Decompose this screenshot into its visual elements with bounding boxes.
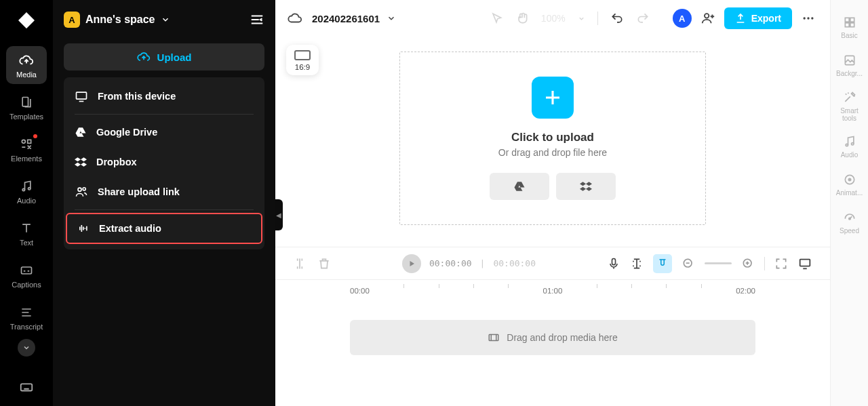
- dropzone-title: Click to upload: [511, 131, 594, 144]
- aspect-ratio-chip[interactable]: 16:9: [286, 45, 319, 75]
- upload-dropbox[interactable]: Dropbox: [64, 147, 264, 177]
- rail-elements[interactable]: Elements: [6, 130, 47, 168]
- audio-waveform-icon: [76, 222, 90, 235]
- hand-icon[interactable]: [515, 12, 529, 25]
- dropbox-icon: [580, 180, 592, 192]
- rr-label: Smart tools: [833, 107, 866, 122]
- chevron-down-icon: [387, 14, 396, 23]
- timeline-ruler[interactable]: 00:00 01:00 02:00: [275, 279, 830, 300]
- upload-label: Upload: [157, 52, 192, 63]
- upload-share-link[interactable]: Share upload link: [64, 177, 264, 207]
- time-total: 00:00:00: [493, 258, 536, 268]
- rail-captions[interactable]: Captions: [6, 256, 47, 294]
- split-icon[interactable]: [293, 257, 307, 270]
- upload-dropdown: From this device Google Drive Dropbox Sh…: [64, 77, 264, 249]
- upload-dropzone[interactable]: Click to upload Or drag and drop file he…: [399, 52, 706, 225]
- play-icon: [408, 260, 416, 268]
- rail-expand-button[interactable]: [18, 339, 35, 357]
- upload-button[interactable]: Upload: [64, 43, 264, 70]
- rr-audio[interactable]: Audio: [833, 129, 866, 164]
- svg-point-10: [705, 14, 709, 18]
- undo-icon[interactable]: [610, 12, 624, 25]
- rr-animation[interactable]: Animat...: [833, 167, 866, 202]
- upload-google-drive[interactable]: Google Drive: [64, 117, 264, 147]
- upload-plus-button[interactable]: [532, 77, 574, 119]
- track-placeholder-text: Drag and drop media here: [507, 332, 617, 343]
- people-icon: [75, 185, 88, 199]
- panel-menu-button[interactable]: [250, 12, 264, 27]
- cloud-upload-icon: [18, 52, 35, 68]
- fit-icon[interactable]: [774, 257, 788, 270]
- svg-point-25: [851, 143, 853, 145]
- menu-label: Google Drive: [96, 127, 157, 138]
- provider-dropbox[interactable]: [556, 173, 616, 200]
- menu-separator: [75, 114, 254, 115]
- menu-label: Extract audio: [99, 223, 161, 234]
- rail-text[interactable]: Text: [6, 214, 47, 252]
- rr-basic[interactable]: Basic: [833, 9, 866, 45]
- rr-speed[interactable]: Speed: [833, 205, 866, 240]
- mic-icon[interactable]: [607, 257, 620, 270]
- svg-point-4: [28, 187, 31, 189]
- rail-label: Audio: [17, 197, 36, 205]
- rail-label: Text: [20, 239, 33, 247]
- svg-rect-23: [845, 56, 854, 64]
- zoom-out-icon[interactable]: [682, 257, 695, 270]
- rr-smart-tools[interactable]: Smart tools: [833, 85, 866, 126]
- workspace-selector[interactable]: A Anne's space: [64, 12, 170, 28]
- zoom-slider[interactable]: [705, 262, 732, 264]
- zoom-level[interactable]: 100%: [541, 13, 566, 24]
- rail-label: Transcript: [10, 323, 43, 331]
- play-button[interactable]: [402, 254, 421, 273]
- more-button[interactable]: [799, 12, 818, 25]
- redo-icon[interactable]: [636, 12, 650, 25]
- invite-button[interactable]: [698, 9, 717, 28]
- preview-icon[interactable]: [797, 256, 812, 271]
- zoom-in-icon[interactable]: [741, 257, 755, 270]
- chevron-down-icon: [161, 15, 170, 24]
- track-placeholder[interactable]: Drag and drop media here: [350, 320, 755, 355]
- snap-button[interactable]: [653, 254, 672, 273]
- rr-label: Basic: [841, 32, 857, 39]
- divider: [764, 257, 765, 270]
- notification-dot: [33, 134, 37, 138]
- rail-audio[interactable]: Audio: [6, 172, 47, 210]
- svg-rect-14: [612, 258, 615, 264]
- left-rail: Media Templates Elements Audio Text Capt…: [0, 0, 53, 406]
- chevron-down-icon[interactable]: [578, 15, 585, 22]
- svg-point-11: [804, 17, 806, 19]
- svg-rect-18: [490, 335, 499, 341]
- svg-point-28: [848, 218, 850, 220]
- rr-label: Animat...: [836, 189, 863, 197]
- marker-icon[interactable]: [630, 257, 644, 270]
- svg-rect-6: [21, 384, 33, 390]
- provider-google-drive[interactable]: [490, 173, 549, 200]
- svg-point-9: [83, 188, 85, 190]
- rail-templates[interactable]: Templates: [6, 88, 47, 126]
- provider-row: [490, 173, 616, 200]
- text-icon: [18, 220, 35, 237]
- rr-background[interactable]: Backgr...: [833, 47, 866, 83]
- extract-audio[interactable]: Extract audio: [66, 213, 262, 244]
- plus-icon: [542, 87, 563, 108]
- rail-media[interactable]: Media: [6, 46, 47, 84]
- menu-label: Dropbox: [96, 157, 137, 167]
- project-name-button[interactable]: 202402261601: [312, 13, 396, 24]
- transcript-icon: [18, 304, 35, 321]
- cloud-save-icon[interactable]: [288, 11, 302, 26]
- tc-left: [293, 257, 331, 270]
- sliders-icon: [842, 15, 857, 30]
- upload-from-device[interactable]: From this device: [64, 81, 264, 111]
- user-avatar[interactable]: A: [673, 9, 692, 28]
- editor-main: ◀ 202402261601 100% A Export: [275, 0, 830, 406]
- rail-label: Captions: [12, 281, 41, 289]
- pointer-icon[interactable]: [490, 12, 503, 25]
- rail-transcript[interactable]: Transcript: [6, 298, 47, 336]
- svg-point-24: [846, 144, 848, 146]
- rail-label: Elements: [11, 155, 42, 163]
- export-button[interactable]: Export: [724, 7, 792, 29]
- trash-icon[interactable]: [317, 257, 331, 270]
- keyboard-icon[interactable]: [18, 379, 35, 395]
- google-drive-icon: [75, 126, 87, 138]
- track-area[interactable]: Drag and drop media here: [275, 300, 830, 406]
